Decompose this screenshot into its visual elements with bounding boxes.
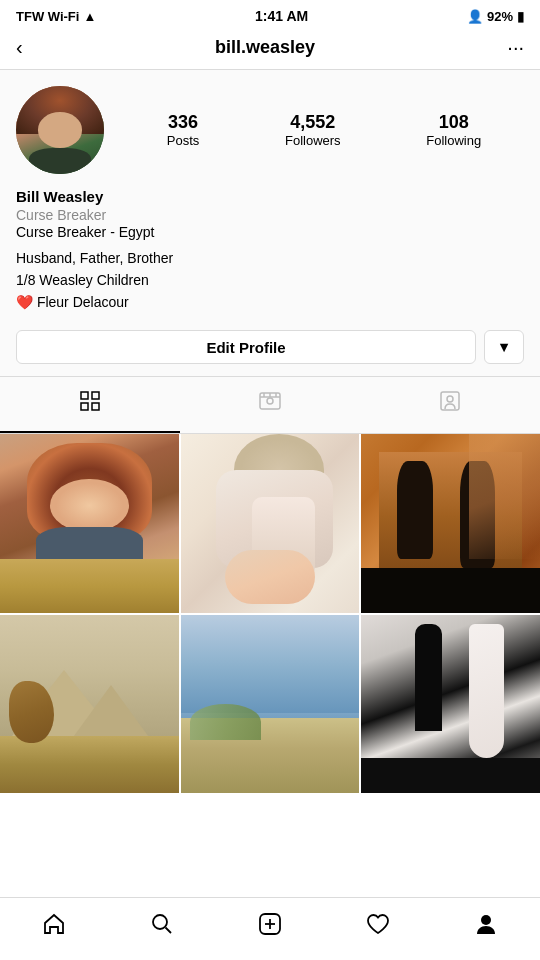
posts-count: 336 — [168, 112, 198, 133]
grid-item[interactable] — [0, 615, 179, 794]
nav-home[interactable] — [32, 908, 76, 940]
avatar[interactable] — [16, 86, 104, 174]
status-time: 1:41 AM — [255, 8, 308, 24]
tab-reels[interactable] — [180, 377, 360, 433]
photo-grid — [0, 434, 540, 793]
edit-profile-row: Edit Profile ▾ — [16, 330, 524, 364]
grid-icon — [78, 389, 102, 419]
bottom-nav — [0, 897, 540, 960]
followers-label: Followers — [285, 133, 341, 148]
top-nav: ‹ bill.weasley ··· — [0, 28, 540, 70]
svg-rect-2 — [81, 403, 88, 410]
tagged-icon — [438, 389, 462, 419]
tab-bar — [0, 376, 540, 434]
edit-profile-button[interactable]: Edit Profile — [16, 330, 476, 364]
profile-subtitle: Curse Breaker — [16, 207, 524, 223]
status-left: TFW Wi-Fi ▲ — [16, 9, 96, 24]
svg-rect-3 — [92, 403, 99, 410]
following-label: Following — [426, 133, 481, 148]
nav-search[interactable] — [140, 908, 184, 940]
tab-grid[interactable] — [0, 377, 180, 433]
grid-item[interactable] — [0, 434, 179, 613]
person-icon: 👤 — [467, 9, 483, 24]
following-count: 108 — [439, 112, 469, 133]
svg-point-5 — [267, 398, 273, 404]
profile-location: Curse Breaker - Egypt — [16, 224, 524, 240]
battery-icon: ▮ — [517, 9, 524, 24]
reels-icon — [258, 389, 282, 419]
tab-tagged[interactable] — [360, 377, 540, 433]
profile-bio2: 1/8 Weasley Children — [16, 272, 524, 288]
profile-username: bill.weasley — [215, 37, 315, 58]
svg-rect-10 — [441, 392, 459, 410]
back-button[interactable]: ‹ — [16, 36, 23, 59]
grid-item[interactable] — [361, 615, 540, 794]
svg-point-17 — [481, 915, 491, 925]
grid-item[interactable] — [361, 434, 540, 613]
profile-section: 336 Posts 4,552 Followers 108 Following … — [0, 70, 540, 376]
following-stat[interactable]: 108 Following — [426, 112, 481, 148]
dropdown-button[interactable]: ▾ — [484, 330, 524, 364]
nav-heart[interactable] — [356, 908, 400, 940]
posts-stat[interactable]: 336 Posts — [167, 112, 200, 148]
profile-name: Bill Weasley — [16, 188, 524, 205]
followers-count: 4,552 — [290, 112, 335, 133]
status-bar: TFW Wi-Fi ▲ 1:41 AM 👤 92% ▮ — [0, 0, 540, 28]
profile-top: 336 Posts 4,552 Followers 108 Following — [16, 86, 524, 174]
carrier-text: TFW Wi-Fi — [16, 9, 79, 24]
status-right: 👤 92% ▮ — [467, 9, 524, 24]
svg-point-11 — [447, 396, 453, 402]
nav-profile[interactable] — [464, 908, 508, 940]
bio-section: Bill Weasley Curse Breaker Curse Breaker… — [16, 188, 524, 320]
posts-label: Posts — [167, 133, 200, 148]
followers-stat[interactable]: 4,552 Followers — [285, 112, 341, 148]
nav-add[interactable] — [248, 908, 292, 940]
svg-line-13 — [166, 928, 172, 934]
grid-item[interactable] — [181, 615, 360, 794]
stats-row: 336 Posts 4,552 Followers 108 Following — [124, 112, 524, 148]
grid-item[interactable] — [181, 434, 360, 613]
profile-bio1: Husband, Father, Brother — [16, 250, 524, 266]
more-button[interactable]: ··· — [507, 36, 524, 59]
profile-bio3: ❤️ Fleur Delacour — [16, 294, 524, 310]
wifi-icon: ▲ — [83, 9, 96, 24]
svg-rect-1 — [92, 392, 99, 399]
svg-point-12 — [153, 915, 167, 929]
svg-rect-0 — [81, 392, 88, 399]
battery-text: 92% — [487, 9, 513, 24]
